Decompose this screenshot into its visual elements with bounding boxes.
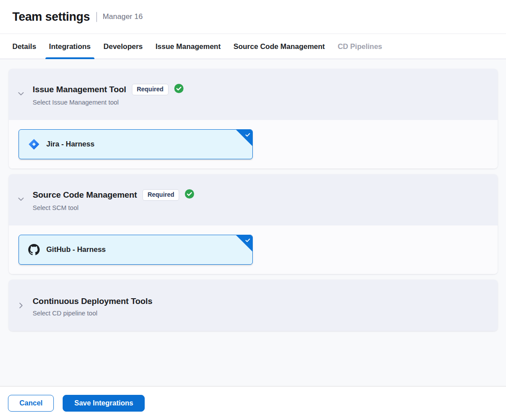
jira-icon bbox=[28, 139, 40, 150]
tab-developers[interactable]: Developers bbox=[104, 34, 143, 59]
section-subtitle: Select CD pipeline tool bbox=[33, 310, 487, 317]
save-integrations-button[interactable]: Save Integrations bbox=[63, 395, 144, 412]
title-separator bbox=[96, 12, 97, 22]
section-title: Source Code Management bbox=[33, 190, 137, 200]
collapse-toggle[interactable] bbox=[9, 302, 33, 311]
tab-source-code-management[interactable]: Source Code Management bbox=[233, 34, 325, 59]
section-source-code-management: Source Code Management Required Select S… bbox=[9, 174, 498, 274]
tab-issue-management[interactable]: Issue Management bbox=[156, 34, 221, 59]
section-continuous-deployment-tools: Continuous Deployment Tools Select CD pi… bbox=[9, 280, 498, 331]
cancel-button[interactable]: Cancel bbox=[8, 395, 54, 412]
page-subtitle: Manager 16 bbox=[103, 12, 143, 21]
page-header: Team settings Manager 16 bbox=[0, 0, 506, 34]
integration-card-github[interactable]: GitHub - Harness bbox=[19, 235, 253, 265]
section-title: Issue Management Tool bbox=[33, 85, 126, 94]
integration-card-label: Jira - Harness bbox=[46, 140, 94, 148]
integrations-panel: Issue Management Tool Required Select Is… bbox=[0, 59, 506, 386]
required-badge: Required bbox=[132, 84, 169, 95]
github-icon bbox=[28, 244, 40, 255]
section-issue-management-tool: Issue Management Tool Required Select Is… bbox=[9, 69, 498, 169]
integration-card-label: GitHub - Harness bbox=[46, 245, 106, 254]
collapse-toggle[interactable] bbox=[9, 195, 33, 205]
required-badge: Required bbox=[142, 189, 179, 201]
collapse-toggle[interactable] bbox=[9, 90, 33, 99]
chevron-down-icon bbox=[17, 195, 25, 205]
chevron-right-icon bbox=[17, 302, 25, 311]
section-header-scm[interactable]: Source Code Management Required Select S… bbox=[9, 174, 498, 225]
tab-cd-pipelines: CD Pipelines bbox=[337, 34, 382, 59]
chevron-down-icon bbox=[17, 90, 25, 99]
integration-card-jira[interactable]: Jira - Harness bbox=[19, 129, 253, 159]
section-subtitle: Select Issue Management tool bbox=[33, 99, 487, 106]
check-circle-icon bbox=[185, 189, 194, 200]
tab-integrations[interactable]: Integrations bbox=[49, 34, 90, 59]
section-subtitle: Select SCM tool bbox=[33, 204, 487, 211]
tab-details[interactable]: Details bbox=[12, 34, 36, 59]
section-body: Jira - Harness bbox=[9, 120, 498, 169]
section-title: Continuous Deployment Tools bbox=[33, 296, 152, 306]
footer-action-bar: Cancel Save Integrations bbox=[0, 386, 506, 420]
check-circle-icon bbox=[174, 84, 184, 95]
section-header-cd-tools[interactable]: Continuous Deployment Tools Select CD pi… bbox=[9, 280, 498, 331]
selected-check-icon bbox=[245, 237, 251, 245]
section-body: GitHub - Harness bbox=[9, 225, 498, 274]
section-header-issue-management[interactable]: Issue Management Tool Required Select Is… bbox=[9, 69, 498, 120]
selected-check-icon bbox=[245, 131, 251, 139]
tab-bar: Details Integrations Developers Issue Ma… bbox=[0, 34, 506, 59]
page-title: Team settings bbox=[12, 10, 90, 24]
